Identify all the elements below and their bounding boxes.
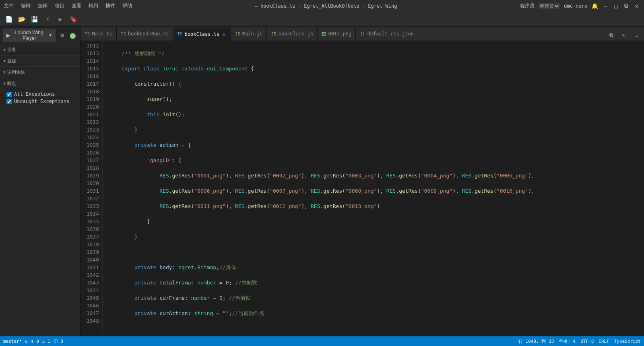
tab-bookcoderun-ts[interactable]: TS bookCodeRun.ts [117, 27, 173, 41]
code-line [109, 248, 644, 256]
title-text: bookClass.ts - Egret_AllBookOfNote - Egr… [260, 3, 397, 9]
menu-file[interactable]: 文件 [4, 2, 14, 9]
layout-icon[interactable]: ⊞ [618, 29, 630, 41]
new-file-icon[interactable]: 📄 [3, 14, 14, 25]
variables-section: ▼ 变量 [0, 44, 80, 56]
watch-header[interactable]: ▼ 监视 [0, 56, 80, 66]
status-bar: master* ↻ ⊗ 0 ⚠ 1 ⓘ 0 行 1040, 列 33 空格: 4… [0, 336, 644, 346]
user-role-select[interactable]: 程序员 [539, 3, 560, 9]
tab-main-ts-label: Main.ts [92, 31, 112, 37]
restore-btn[interactable]: ⧉ [623, 3, 630, 9]
menu-edit[interactable]: 编辑 [21, 2, 31, 9]
watch-section: ▼ 监视 [0, 56, 80, 67]
more-tabs-icon[interactable]: … [631, 29, 642, 41]
build-icon[interactable]: ⚡ [42, 14, 53, 25]
menu-select[interactable]: 选择 [38, 2, 47, 9]
title-bar: 文件 编辑 选择 项目 查看 转到 插件 帮助 ✏ bookClass.ts -… [0, 0, 644, 12]
info-count[interactable]: ⓘ 0 [54, 338, 63, 344]
sync-icon[interactable]: ↻ [25, 339, 28, 344]
variables-header[interactable]: ▼ 变量 [0, 44, 80, 55]
language-mode[interactable]: TypeScript [614, 339, 641, 344]
tab-bookclass-ts[interactable]: TS bookClass.ts ✕ [173, 27, 231, 41]
code-line: } [109, 126, 644, 134]
variables-arrow: ▼ [3, 47, 6, 52]
code-line: } [109, 233, 644, 241]
variables-label: 变量 [7, 47, 16, 53]
callstack-header[interactable]: ▼ 调用堆栈 [0, 67, 80, 78]
tab-bookclass-js-label: bookClass.js [279, 31, 314, 37]
menu-plugins[interactable]: 插件 [105, 2, 115, 9]
code-line [109, 325, 644, 332]
tab-bookclass-js[interactable]: JS bookClass.js [267, 27, 318, 41]
settings-icon[interactable]: ⚙ [58, 31, 66, 40]
git-branch[interactable]: master* [3, 339, 22, 344]
code-line: ] [109, 218, 644, 225]
save-icon[interactable]: 💾 [29, 14, 40, 25]
uncaught-exceptions-text: Uncaught Exceptions [14, 99, 69, 104]
debug-icon[interactable]: ⬤ [69, 31, 77, 40]
callstack-section: ▼ 调用堆栈 [0, 67, 80, 78]
code-line: RES.getRes("0011_png"), RES.getRes("0012… [109, 202, 644, 210]
menu-project[interactable]: 项目 [55, 2, 64, 9]
tab-0013-label: 0013.png [328, 31, 351, 37]
breakpoints-arrow: ▼ [3, 81, 6, 86]
user-name: dmc-nero [564, 3, 587, 9]
tab-mainjs-icon: JS [235, 31, 240, 37]
menu-view[interactable]: 查看 [72, 2, 81, 9]
code-line: super(); [109, 95, 644, 103]
tab-png-icon: 🖼 [322, 31, 326, 37]
launch-btn-label: Launch Wing Player [12, 30, 47, 41]
uncaught-exceptions-checkbox[interactable] [6, 99, 12, 104]
tab-close-icon[interactable]: ✕ [221, 31, 226, 37]
menu-goto[interactable]: 转到 [89, 2, 98, 9]
tab-main-js[interactable]: JS Main.js [231, 27, 267, 41]
run-icon[interactable]: ▶ [55, 14, 66, 25]
minimize-btn[interactable]: − [602, 3, 609, 9]
tab-0013-png[interactable]: 🖼 0013.png [318, 27, 356, 41]
editor-container: TS Main.ts TS bookCodeRun.ts TS bookClas… [80, 27, 644, 336]
close-btn[interactable]: ✕ [634, 3, 640, 9]
warning-count[interactable]: ⚠ 1 [42, 339, 50, 344]
split-editor-icon[interactable]: ⧉ [605, 29, 617, 41]
encoding[interactable]: UTF-8 [580, 339, 594, 344]
watch-arrow: ▼ [3, 59, 6, 63]
menu-help[interactable]: 帮助 [122, 2, 132, 9]
uncaught-exceptions-checkbox-label[interactable]: Uncaught Exceptions [6, 99, 74, 104]
launch-wing-player-button[interactable]: ▶ Launch Wing Player ▼ [3, 29, 56, 42]
indentation[interactable]: 空格: 4 [559, 338, 576, 344]
menu-bar: 文件 编辑 选择 项目 查看 转到 插件 帮助 [4, 2, 132, 9]
code-content[interactable]: /** 逐帧动画 */ export class Terui extends e… [103, 41, 644, 336]
all-exceptions-checkbox-label[interactable]: All Exceptions [6, 91, 74, 97]
all-exceptions-text: All Exceptions [14, 91, 55, 97]
cursor-position[interactable]: 行 1040, 列 33 [518, 338, 554, 344]
sidebar-toolbar: ▶ Launch Wing Player ▼ ⚙ ⬤ [0, 27, 80, 44]
status-bar-right: 行 1040, 列 33 空格: 4 UTF-8 CRLF TypeScript [518, 338, 641, 344]
all-exceptions-checkbox[interactable] [6, 92, 12, 97]
maximize-btn[interactable]: □ [613, 3, 619, 9]
bookmark-icon[interactable]: 🔖 [68, 14, 79, 25]
status-bar-left: master* ↻ ⊗ 0 ⚠ 1 ⓘ 0 [3, 338, 63, 344]
tab-main-js-label: Main.js [242, 31, 263, 37]
chevron-down-icon: ▼ [48, 33, 52, 37]
open-file-icon[interactable]: 📂 [16, 14, 27, 25]
tab-default-res-json[interactable]: {} default.res.json [356, 27, 418, 41]
tab-bookclassjs-icon: JS [271, 31, 276, 37]
tab-bookclass-icon: TS [177, 31, 182, 37]
code-line: /** 逐帧动画 */ [109, 49, 644, 57]
tabs-right-actions: ⧉ ⊞ … [605, 29, 644, 41]
watch-label: 监视 [7, 58, 16, 64]
code-editor[interactable]: 1012 1013 1014 1015 1016 1017 1018 1019 … [80, 41, 644, 336]
breakpoints-header[interactable]: ▼ 断点 [0, 78, 80, 89]
window-title: ✏ bookClass.ts - Egret_AllBookOfNote - E… [255, 3, 397, 9]
tab-bookclass-label: bookClass.ts [184, 31, 219, 37]
tab-json-icon: {} [360, 31, 365, 37]
error-count[interactable]: ⊗ 0 [31, 339, 39, 344]
bell-icon[interactable]: 🔔 [591, 3, 598, 9]
code-line: constructor() { [109, 80, 644, 88]
user-role-label: 程序员 [520, 2, 535, 9]
sidebar: ▶ Launch Wing Player ▼ ⚙ ⬤ ▼ 变量 ▼ 监视 ▼ [0, 27, 80, 336]
line-ending[interactable]: CRLF [599, 339, 609, 344]
code-line: private totalFrama: number = 0; //总帧数 [109, 279, 644, 286]
tab-main-ts[interactable]: TS Main.ts [80, 27, 117, 41]
code-line: "gangCD": [ [109, 157, 644, 164]
